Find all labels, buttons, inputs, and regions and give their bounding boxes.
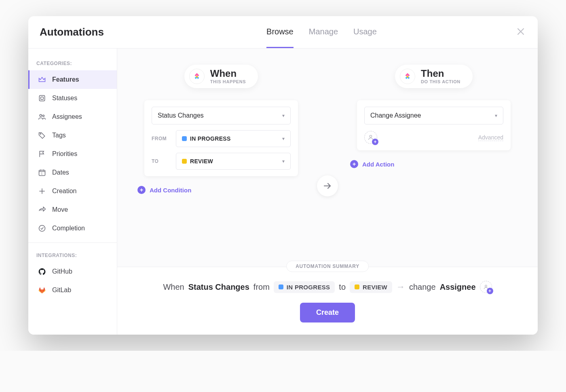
status-color-icon — [182, 159, 187, 164]
github-icon — [38, 267, 46, 276]
summary-assignee-button[interactable] — [480, 281, 492, 293]
clickup-logo-icon — [400, 69, 415, 84]
create-button[interactable]: Create — [300, 303, 355, 322]
sidebar-item-statuses[interactable]: Statuses — [28, 89, 117, 107]
status-color-icon — [182, 136, 187, 141]
sidebar-item-label: Statuses — [52, 95, 77, 102]
sidebar-item-dates[interactable]: 1 Dates — [28, 163, 117, 182]
from-status-chip: IN PROGRESS — [182, 135, 231, 142]
automation-summary: AUTOMATION SUMMARY When Status Changes f… — [117, 267, 538, 335]
summary-when-word: When — [163, 282, 184, 292]
add-action-label: Add Action — [362, 161, 394, 168]
action-value: Change Assignee — [370, 112, 421, 119]
svg-point-3 — [42, 115, 44, 116]
to-status-chip: REVIEW — [182, 158, 213, 164]
action-select[interactable]: Change Assignee ▾ — [364, 107, 503, 124]
gitlab-icon — [38, 286, 46, 295]
check-icon — [38, 224, 46, 233]
svg-text:1: 1 — [41, 172, 43, 175]
automation-builder: When THIS HAPPENS Status Changes ▾ FROM — [117, 48, 538, 267]
trigger-card: Status Changes ▾ FROM IN PROGRESS ▾ — [144, 100, 298, 176]
sidebar-item-label: Features — [52, 76, 79, 83]
integrations-label: INTEGRATIONS: — [28, 248, 117, 262]
summary-label: AUTOMATION SUMMARY — [286, 261, 369, 272]
sidebar-item-creation[interactable]: Creation — [28, 182, 117, 200]
when-subtitle: THIS HAPPENS — [210, 79, 246, 84]
svg-point-8 — [370, 135, 372, 137]
plus-icon — [38, 187, 46, 196]
sidebar-item-label: Dates — [52, 169, 69, 176]
from-label: FROM — [152, 136, 170, 141]
square-icon — [38, 94, 46, 103]
advanced-link[interactable]: Advanced — [478, 134, 503, 141]
chevron-down-icon: ▾ — [282, 158, 285, 164]
summary-to-status: REVIEW — [363, 284, 387, 291]
arrow-right-icon: → — [396, 282, 405, 292]
tabs: Browse Manage Usage — [128, 16, 515, 48]
summary-to-pill: REVIEW — [350, 281, 392, 293]
sidebar-item-tags[interactable]: Tags — [28, 126, 117, 145]
automations-modal: Automations Browse Manage Usage CATEGORI… — [28, 16, 538, 335]
action-card: Change Assignee ▾ Advanced — [357, 100, 511, 150]
assignee-add-button[interactable] — [364, 131, 377, 144]
when-header: When THIS HAPPENS — [184, 65, 258, 88]
sidebar-item-priorities[interactable]: Priorities — [28, 145, 117, 163]
people-icon — [38, 112, 46, 121]
from-status-select[interactable]: IN PROGRESS ▾ — [176, 130, 291, 147]
then-title: Then — [421, 69, 460, 78]
close-icon[interactable] — [515, 24, 526, 40]
sidebar-item-github[interactable]: GitHub — [28, 262, 117, 281]
sidebar-item-label: GitLab — [52, 287, 71, 294]
tab-manage[interactable]: Manage — [309, 16, 338, 48]
tab-usage[interactable]: Usage — [353, 16, 377, 48]
categories-label: CATEGORIES: — [28, 56, 117, 70]
then-header: Then DO THIS ACTION — [395, 65, 473, 88]
svg-rect-1 — [41, 97, 44, 100]
sidebar-item-move[interactable]: Move — [28, 200, 117, 219]
summary-from-pill: IN PROGRESS — [274, 281, 335, 293]
when-column: When THIS HAPPENS Status Changes ▾ FROM — [129, 65, 313, 251]
sidebar: CATEGORIES: Features Statuses Assignees … — [28, 48, 117, 335]
add-condition-button[interactable]: + Add Condition — [137, 186, 191, 194]
crown-icon — [38, 75, 46, 84]
sidebar-item-gitlab[interactable]: GitLab — [28, 281, 117, 299]
chevron-down-icon: ▾ — [282, 113, 285, 118]
summary-trigger: Status Changes — [188, 282, 249, 292]
sidebar-item-features[interactable]: Features — [28, 70, 117, 89]
trigger-select[interactable]: Status Changes ▾ — [152, 107, 291, 124]
summary-text: When Status Changes from IN PROGRESS to … — [129, 281, 526, 293]
summary-to-word: to — [339, 282, 346, 292]
trigger-value: Status Changes — [158, 112, 204, 119]
svg-point-9 — [485, 285, 487, 287]
then-column: Then DO THIS ACTION Change Assignee ▾ — [342, 65, 526, 251]
add-condition-label: Add Condition — [150, 187, 191, 194]
to-status-select[interactable]: REVIEW ▾ — [176, 153, 291, 170]
svg-rect-0 — [39, 95, 44, 101]
plus-circle-icon: + — [137, 186, 146, 194]
summary-target: Assignee — [440, 282, 476, 292]
calendar-icon: 1 — [38, 168, 46, 177]
status-color-icon — [355, 285, 359, 289]
tag-icon — [38, 131, 46, 140]
main-content: When THIS HAPPENS Status Changes ▾ FROM — [117, 48, 538, 335]
summary-change-word: change — [409, 282, 436, 292]
summary-from-status: IN PROGRESS — [287, 284, 330, 291]
to-status-value: REVIEW — [190, 158, 213, 164]
sidebar-item-completion[interactable]: Completion — [28, 219, 117, 238]
from-status-value: IN PROGRESS — [190, 135, 231, 142]
modal-title: Automations — [40, 26, 104, 38]
clickup-logo-icon — [189, 69, 205, 84]
sidebar-item-label: Completion — [52, 225, 85, 232]
svg-point-7 — [39, 226, 45, 232]
tab-browse[interactable]: Browse — [266, 16, 294, 48]
svg-point-2 — [40, 114, 42, 116]
sidebar-item-assignees[interactable]: Assignees — [28, 107, 117, 126]
sidebar-item-label: Tags — [52, 132, 66, 139]
sidebar-item-label: GitHub — [52, 268, 72, 275]
add-action-button[interactable]: + Add Action — [350, 160, 394, 168]
to-label: TO — [152, 158, 170, 164]
when-title: When — [210, 69, 246, 78]
flag-icon — [38, 150, 46, 158]
chevron-down-icon: ▾ — [282, 136, 285, 141]
plus-circle-icon: + — [350, 160, 358, 168]
